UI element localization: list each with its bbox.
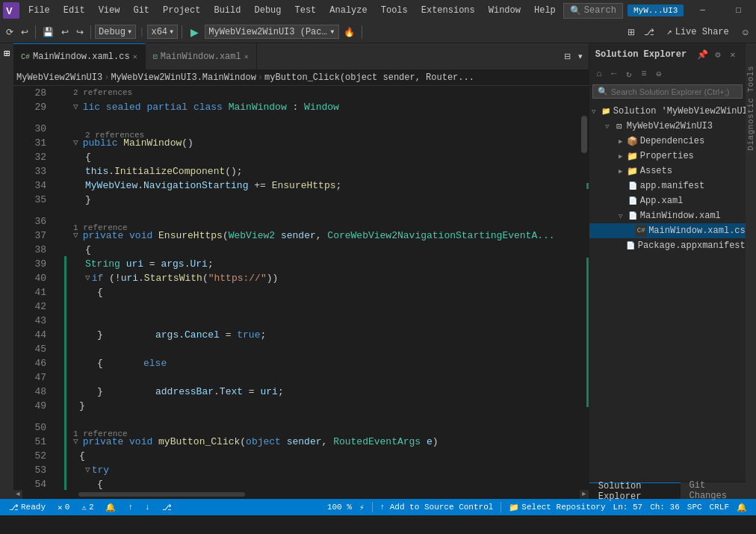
- close-panel-button[interactable]: ✕: [726, 48, 740, 61]
- menu-analyze[interactable]: Analyze: [323, 4, 373, 17]
- tab-solution-explorer[interactable]: Solution Explorer: [589, 482, 681, 499]
- menu-view[interactable]: View: [93, 4, 126, 17]
- scroll-up-button[interactable]: ↑: [125, 499, 136, 515]
- undo-button[interactable]: ↩: [58, 25, 72, 39]
- zoom-item[interactable]: 100 %: [324, 499, 355, 515]
- split-editor-button[interactable]: ⊟: [561, 50, 574, 63]
- sol-back-button[interactable]: ←: [607, 67, 621, 81]
- ch-item[interactable]: Ch: 36: [647, 499, 683, 515]
- run-button[interactable]: ▶: [186, 25, 203, 40]
- notification-icon[interactable]: 🔔: [102, 499, 119, 515]
- properties-item[interactable]: ▶ 📁 Properties: [589, 149, 746, 164]
- git-status-button[interactable]: ⎇: [159, 499, 175, 515]
- code-line-34: }: [67, 193, 575, 207]
- menu-tools[interactable]: Tools: [375, 4, 414, 17]
- chevron-down-icon: ▾: [329, 26, 335, 37]
- ln-item[interactable]: Ln: 57: [610, 499, 646, 515]
- vertical-scrollbar[interactable]: [578, 86, 589, 490]
- dependencies-item[interactable]: ▶ 📦 Dependencies: [589, 134, 746, 149]
- profile-button[interactable]: MyW...UI3: [628, 4, 684, 16]
- hot-reload-button[interactable]: 🔥: [341, 25, 358, 39]
- menu-extensions[interactable]: Extensions: [415, 4, 481, 17]
- h-scroll-thumb[interactable]: [78, 492, 246, 497]
- more-tabs-button[interactable]: ▾: [575, 50, 586, 63]
- cs-icon: C#: [635, 225, 647, 237]
- project-item[interactable]: ▽ ⊡ MyWebView2WinUI3: [589, 119, 746, 134]
- errors-item[interactable]: ✕ 0: [55, 499, 72, 515]
- git-branch-item[interactable]: ⎇ Ready: [6, 499, 49, 515]
- mainwindow-cs-item[interactable]: C# MainWindow.xaml.cs: [589, 223, 746, 238]
- mainwindow-xaml-item[interactable]: ▽ 📄 MainWindow.xaml: [589, 208, 746, 223]
- minimize-button[interactable]: ─: [685, 0, 719, 21]
- separator-3: [182, 25, 182, 39]
- nav-back-button[interactable]: ⟳: [3, 25, 16, 39]
- app-xaml-item[interactable]: 📄 App.xaml: [589, 193, 746, 208]
- tab-mainwindow-xaml[interactable]: ⊡ MainWindow.xaml ✕: [146, 43, 257, 69]
- git-button[interactable]: ⎇: [641, 25, 657, 39]
- sol-collapse-button[interactable]: ⊖: [652, 67, 666, 81]
- spaces-item[interactable]: SPC: [684, 499, 705, 515]
- nav-forward-button[interactable]: ↩: [18, 25, 31, 39]
- arch-label: x64: [151, 27, 167, 37]
- sol-filter-button[interactable]: ≡: [637, 67, 651, 81]
- app-manifest-item[interactable]: 📄 app.manifest: [589, 178, 746, 193]
- toolbox-icon[interactable]: ⊞: [0, 46, 13, 60]
- menu-project[interactable]: Project: [157, 4, 206, 17]
- feedback-button[interactable]: ☺: [738, 25, 753, 39]
- bell-icon[interactable]: 🔔: [734, 499, 750, 515]
- menu-test[interactable]: Test: [289, 4, 323, 17]
- method-nav-item[interactable]: myButton_Click(object sender, Router...: [264, 72, 474, 83]
- status-sep: [372, 502, 373, 512]
- package-manifest-item[interactable]: 📄 Package.appxmanifest: [589, 238, 746, 253]
- sol-refresh-button[interactable]: ↻: [622, 67, 636, 81]
- menu-build[interactable]: Build: [208, 4, 247, 17]
- add-source-control-button[interactable]: ↑ Add to Source Control: [377, 499, 497, 515]
- code-line-52: ▽ try: [67, 463, 575, 477]
- select-repo-label: Select Repository: [521, 503, 605, 512]
- redo-button[interactable]: ↪: [73, 25, 87, 39]
- solution-root-item[interactable]: ▽ 📁 Solution 'MyWebView2WinUI3' (: [589, 104, 746, 119]
- save-button[interactable]: 💾: [40, 25, 57, 39]
- alert-icon[interactable]: ⚡: [356, 499, 368, 515]
- run-target-dropdown[interactable]: MyWebView2WinUI3 (Package) ▾: [205, 25, 338, 39]
- format-button[interactable]: ⊞: [625, 25, 638, 39]
- encoding-item[interactable]: CRLF: [707, 499, 732, 515]
- menu-edit[interactable]: Edit: [58, 4, 91, 17]
- live-share-button[interactable]: ↗ Live Share: [660, 25, 734, 39]
- error-icon: ✕: [58, 503, 63, 512]
- code-line-53: {: [67, 477, 575, 490]
- menu-debug[interactable]: Debug: [248, 4, 287, 17]
- scroll-down-button[interactable]: ↓: [142, 499, 153, 515]
- menu-file[interactable]: File: [22, 4, 56, 17]
- menu-git[interactable]: Git: [127, 4, 155, 17]
- solution-search[interactable]: 🔍: [592, 84, 743, 99]
- assets-item[interactable]: ▶ 📁 Assets: [589, 164, 746, 178]
- tab-close-button[interactable]: ✕: [133, 52, 137, 61]
- code-line-40: {: [67, 285, 575, 299]
- debug-config-dropdown[interactable]: Debug ▾: [95, 25, 136, 39]
- global-search-box[interactable]: 🔍 Search: [563, 3, 623, 19]
- code-content[interactable]: 2 references ▽ lic sealed partial class …: [64, 86, 578, 490]
- sol-home-button[interactable]: ⌂: [592, 67, 606, 81]
- menu-window[interactable]: Window: [483, 4, 527, 17]
- expand-arrow: ▽: [589, 107, 598, 116]
- tab-close-button[interactable]: ✕: [244, 52, 249, 61]
- arch-dropdown[interactable]: x64 ▾: [147, 25, 178, 39]
- scroll-right-button[interactable]: ►: [580, 490, 589, 499]
- diagnostic-tools-label[interactable]: Diagnostic Tools: [746, 66, 755, 151]
- warnings-item[interactable]: ⚠ 2: [78, 499, 96, 515]
- tab-git-changes[interactable]: Git Changes: [681, 482, 746, 499]
- menu-help[interactable]: Help: [528, 4, 562, 17]
- solution-search-input[interactable]: [611, 87, 737, 96]
- settings-icon[interactable]: ⚙: [711, 48, 725, 61]
- project-nav-item[interactable]: MyWebView2WinUI3: [16, 72, 102, 83]
- h-scrollbar[interactable]: ◄ ►: [13, 490, 589, 499]
- scroll-left-button[interactable]: ◄: [13, 490, 22, 499]
- code-editor[interactable]: 28 29 30 31 32 33 34 35 36 37 38 39 40 4…: [13, 86, 589, 490]
- select-repository-button[interactable]: 📁 Select Repository: [506, 499, 608, 515]
- class-nav-item[interactable]: MyWebView2WinUI3.MainWindow: [111, 72, 255, 83]
- tab-mainwindow-cs[interactable]: C# MainWindow.xaml.cs ✕: [13, 43, 146, 69]
- restore-button[interactable]: □: [721, 0, 755, 21]
- h-scroll-track[interactable]: [22, 490, 580, 499]
- pin-icon[interactable]: 📌: [696, 48, 710, 61]
